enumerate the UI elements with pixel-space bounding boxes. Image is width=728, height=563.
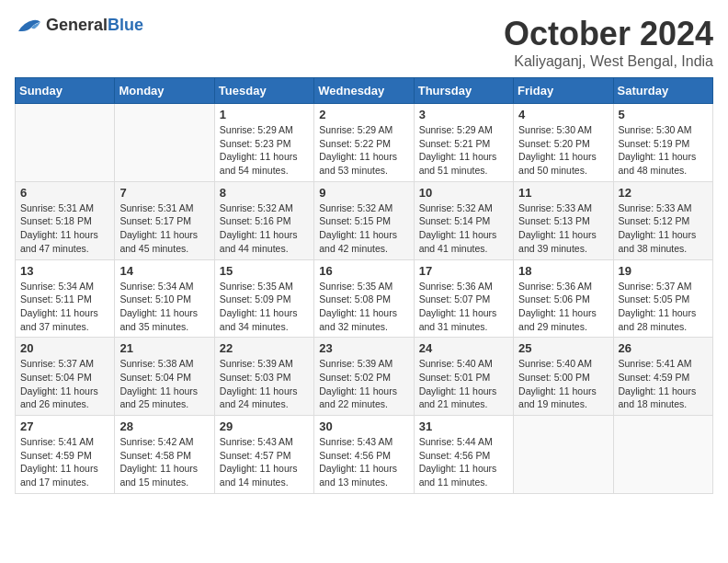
calendar-cell: 1Sunrise: 5:29 AMSunset: 5:23 PMDaylight… bbox=[214, 104, 313, 182]
calendar-cell bbox=[16, 104, 115, 182]
day-number: 22 bbox=[220, 341, 309, 355]
cell-info: Sunrise: 5:42 AMSunset: 4:58 PMDaylight:… bbox=[119, 435, 209, 489]
calendar-cell: 3Sunrise: 5:29 AMSunset: 5:21 PMDaylight… bbox=[414, 104, 513, 182]
cell-info: Sunrise: 5:32 AMSunset: 5:14 PMDaylight:… bbox=[419, 201, 508, 256]
cell-info: Sunrise: 5:34 AMSunset: 5:11 PMDaylight:… bbox=[20, 280, 109, 334]
day-number: 31 bbox=[419, 419, 508, 433]
day-number: 9 bbox=[319, 186, 408, 200]
day-number: 7 bbox=[119, 186, 209, 200]
calendar-cell: 12Sunrise: 5:33 AMSunset: 5:12 PMDayligh… bbox=[613, 181, 712, 259]
calendar-cell: 5Sunrise: 5:30 AMSunset: 5:19 PMDaylight… bbox=[613, 104, 712, 182]
day-number: 11 bbox=[518, 186, 608, 200]
calendar-week-row: 1Sunrise: 5:29 AMSunset: 5:23 PMDaylight… bbox=[16, 104, 713, 182]
calendar-cell: 8Sunrise: 5:32 AMSunset: 5:16 PMDaylight… bbox=[214, 181, 313, 259]
day-number: 17 bbox=[419, 264, 508, 278]
logo-text: GeneralBlue bbox=[46, 16, 143, 35]
weekday-header: Tuesday bbox=[214, 78, 313, 104]
day-number: 19 bbox=[619, 264, 708, 278]
day-number: 1 bbox=[220, 108, 309, 121]
weekday-header-row: SundayMondayTuesdayWednesdayThursdayFrid… bbox=[16, 78, 713, 104]
location-title: Kaliyaganj, West Bengal, India bbox=[504, 53, 713, 70]
calendar-cell: 25Sunrise: 5:40 AMSunset: 5:00 PMDayligh… bbox=[514, 338, 613, 416]
cell-info: Sunrise: 5:30 AMSunset: 5:20 PMDaylight:… bbox=[518, 123, 608, 178]
calendar-cell bbox=[514, 416, 613, 494]
cell-info: Sunrise: 5:31 AMSunset: 5:17 PMDaylight:… bbox=[119, 201, 209, 256]
day-number: 13 bbox=[20, 264, 109, 278]
weekday-header: Saturday bbox=[613, 78, 712, 104]
weekday-header: Wednesday bbox=[314, 78, 414, 104]
calendar-table: SundayMondayTuesdayWednesdayThursdayFrid… bbox=[15, 77, 713, 494]
cell-info: Sunrise: 5:38 AMSunset: 5:04 PMDaylight:… bbox=[119, 357, 209, 411]
cell-info: Sunrise: 5:36 AMSunset: 5:06 PMDaylight:… bbox=[518, 280, 608, 334]
day-number: 29 bbox=[220, 419, 309, 433]
calendar-cell: 31Sunrise: 5:44 AMSunset: 4:56 PMDayligh… bbox=[414, 416, 513, 494]
calendar-cell: 21Sunrise: 5:38 AMSunset: 5:04 PMDayligh… bbox=[115, 338, 214, 416]
day-number: 26 bbox=[619, 341, 708, 355]
day-number: 24 bbox=[419, 341, 508, 355]
cell-info: Sunrise: 5:41 AMSunset: 4:59 PMDaylight:… bbox=[20, 435, 109, 489]
calendar-cell: 19Sunrise: 5:37 AMSunset: 5:05 PMDayligh… bbox=[613, 259, 712, 338]
calendar-week-row: 13Sunrise: 5:34 AMSunset: 5:11 PMDayligh… bbox=[16, 259, 713, 338]
day-number: 6 bbox=[20, 186, 109, 200]
logo-general: General bbox=[46, 16, 108, 34]
header: GeneralBlue October 2024 Kaliyaganj, Wes… bbox=[15, 15, 713, 70]
calendar-cell: 24Sunrise: 5:40 AMSunset: 5:01 PMDayligh… bbox=[414, 338, 513, 416]
calendar-cell: 2Sunrise: 5:29 AMSunset: 5:22 PMDaylight… bbox=[314, 104, 414, 182]
month-title: October 2024 bbox=[504, 15, 713, 53]
day-number: 30 bbox=[319, 419, 408, 433]
cell-info: Sunrise: 5:35 AMSunset: 5:08 PMDaylight:… bbox=[319, 280, 408, 334]
calendar-cell: 20Sunrise: 5:37 AMSunset: 5:04 PMDayligh… bbox=[16, 338, 115, 416]
cell-info: Sunrise: 5:29 AMSunset: 5:21 PMDaylight:… bbox=[419, 123, 508, 178]
calendar-cell: 29Sunrise: 5:43 AMSunset: 4:57 PMDayligh… bbox=[214, 416, 313, 494]
cell-info: Sunrise: 5:35 AMSunset: 5:09 PMDaylight:… bbox=[220, 280, 309, 334]
cell-info: Sunrise: 5:29 AMSunset: 5:23 PMDaylight:… bbox=[220, 123, 309, 178]
cell-info: Sunrise: 5:40 AMSunset: 5:01 PMDaylight:… bbox=[419, 357, 508, 411]
calendar-cell: 18Sunrise: 5:36 AMSunset: 5:06 PMDayligh… bbox=[514, 259, 613, 338]
calendar-cell bbox=[613, 416, 712, 494]
calendar-week-row: 20Sunrise: 5:37 AMSunset: 5:04 PMDayligh… bbox=[16, 338, 713, 416]
calendar-cell: 14Sunrise: 5:34 AMSunset: 5:10 PMDayligh… bbox=[115, 259, 214, 338]
logo: GeneralBlue bbox=[15, 15, 143, 35]
day-number: 28 bbox=[119, 419, 209, 433]
weekday-header: Thursday bbox=[414, 78, 513, 104]
cell-info: Sunrise: 5:37 AMSunset: 5:05 PMDaylight:… bbox=[619, 280, 708, 334]
calendar-cell: 16Sunrise: 5:35 AMSunset: 5:08 PMDayligh… bbox=[314, 259, 414, 338]
weekday-header: Sunday bbox=[16, 78, 115, 104]
day-number: 18 bbox=[518, 264, 608, 278]
day-number: 10 bbox=[419, 186, 508, 200]
calendar-cell: 26Sunrise: 5:41 AMSunset: 4:59 PMDayligh… bbox=[613, 338, 712, 416]
day-number: 20 bbox=[20, 341, 109, 355]
calendar-week-row: 27Sunrise: 5:41 AMSunset: 4:59 PMDayligh… bbox=[16, 416, 713, 494]
cell-info: Sunrise: 5:32 AMSunset: 5:15 PMDaylight:… bbox=[319, 201, 408, 256]
day-number: 2 bbox=[319, 108, 408, 121]
day-number: 3 bbox=[419, 108, 508, 121]
day-number: 12 bbox=[619, 186, 708, 200]
logo-icon bbox=[15, 15, 42, 35]
day-number: 4 bbox=[518, 108, 608, 121]
day-number: 8 bbox=[220, 186, 309, 200]
cell-info: Sunrise: 5:37 AMSunset: 5:04 PMDaylight:… bbox=[20, 357, 109, 411]
calendar-cell: 17Sunrise: 5:36 AMSunset: 5:07 PMDayligh… bbox=[414, 259, 513, 338]
calendar-cell bbox=[115, 104, 214, 182]
day-number: 15 bbox=[220, 264, 309, 278]
calendar-cell: 6Sunrise: 5:31 AMSunset: 5:18 PMDaylight… bbox=[16, 181, 115, 259]
day-number: 14 bbox=[119, 264, 209, 278]
cell-info: Sunrise: 5:36 AMSunset: 5:07 PMDaylight:… bbox=[419, 280, 508, 334]
weekday-header: Monday bbox=[115, 78, 214, 104]
calendar-cell: 13Sunrise: 5:34 AMSunset: 5:11 PMDayligh… bbox=[16, 259, 115, 338]
cell-info: Sunrise: 5:41 AMSunset: 4:59 PMDaylight:… bbox=[619, 357, 708, 411]
title-area: October 2024 Kaliyaganj, West Bengal, In… bbox=[504, 15, 713, 70]
calendar-week-row: 6Sunrise: 5:31 AMSunset: 5:18 PMDaylight… bbox=[16, 181, 713, 259]
logo-blue: Blue bbox=[108, 16, 143, 34]
calendar-cell: 28Sunrise: 5:42 AMSunset: 4:58 PMDayligh… bbox=[115, 416, 214, 494]
day-number: 5 bbox=[619, 108, 708, 121]
cell-info: Sunrise: 5:34 AMSunset: 5:10 PMDaylight:… bbox=[119, 280, 209, 334]
cell-info: Sunrise: 5:30 AMSunset: 5:19 PMDaylight:… bbox=[619, 123, 708, 178]
cell-info: Sunrise: 5:40 AMSunset: 5:00 PMDaylight:… bbox=[518, 357, 608, 411]
day-number: 25 bbox=[518, 341, 608, 355]
weekday-header: Friday bbox=[514, 78, 613, 104]
calendar-cell: 10Sunrise: 5:32 AMSunset: 5:14 PMDayligh… bbox=[414, 181, 513, 259]
cell-info: Sunrise: 5:43 AMSunset: 4:57 PMDaylight:… bbox=[220, 435, 309, 489]
cell-info: Sunrise: 5:33 AMSunset: 5:12 PMDaylight:… bbox=[619, 201, 708, 256]
calendar-cell: 30Sunrise: 5:43 AMSunset: 4:56 PMDayligh… bbox=[314, 416, 414, 494]
